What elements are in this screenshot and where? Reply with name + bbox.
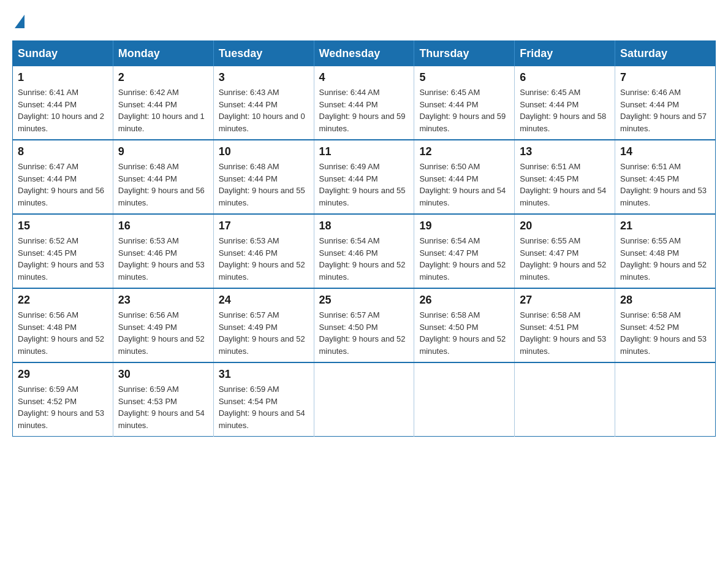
day-info: Sunrise: 6:59 AM Sunset: 4:52 PM Dayligh… xyxy=(18,383,108,431)
day-info: Sunrise: 6:59 AM Sunset: 4:53 PM Dayligh… xyxy=(118,383,208,431)
calendar-day-cell: 29 Sunrise: 6:59 AM Sunset: 4:52 PM Dayl… xyxy=(13,362,113,437)
calendar-day-cell: 21 Sunrise: 6:55 AM Sunset: 4:48 PM Dayl… xyxy=(615,214,716,288)
day-info: Sunrise: 6:56 AM Sunset: 4:49 PM Dayligh… xyxy=(118,309,208,357)
calendar-week-row: 8 Sunrise: 6:47 AM Sunset: 4:44 PM Dayli… xyxy=(13,140,716,214)
day-number: 23 xyxy=(118,294,208,307)
calendar-week-row: 22 Sunrise: 6:56 AM Sunset: 4:48 PM Dayl… xyxy=(13,288,716,362)
day-info: Sunrise: 6:52 AM Sunset: 4:45 PM Dayligh… xyxy=(18,235,108,283)
calendar-day-cell: 13 Sunrise: 6:51 AM Sunset: 4:45 PM Dayl… xyxy=(515,140,615,214)
page-header xyxy=(12,12,716,28)
day-number: 13 xyxy=(520,145,610,158)
calendar-day-cell: 25 Sunrise: 6:57 AM Sunset: 4:50 PM Dayl… xyxy=(314,288,414,362)
calendar-day-cell: 4 Sunrise: 6:44 AM Sunset: 4:44 PM Dayli… xyxy=(314,66,414,140)
day-number: 8 xyxy=(18,145,108,158)
calendar-day-cell: 26 Sunrise: 6:58 AM Sunset: 4:50 PM Dayl… xyxy=(414,288,515,362)
calendar-day-cell xyxy=(615,362,716,437)
calendar-day-cell: 5 Sunrise: 6:45 AM Sunset: 4:44 PM Dayli… xyxy=(414,66,515,140)
day-number: 9 xyxy=(118,145,208,158)
day-number: 15 xyxy=(18,220,108,232)
day-number: 5 xyxy=(419,71,509,84)
calendar-day-cell: 8 Sunrise: 6:47 AM Sunset: 4:44 PM Dayli… xyxy=(13,140,113,214)
day-info: Sunrise: 6:55 AM Sunset: 4:47 PM Dayligh… xyxy=(520,235,610,283)
day-info: Sunrise: 6:58 AM Sunset: 4:50 PM Dayligh… xyxy=(419,309,509,357)
calendar-day-cell: 6 Sunrise: 6:45 AM Sunset: 4:44 PM Dayli… xyxy=(515,66,615,140)
calendar-day-cell: 14 Sunrise: 6:51 AM Sunset: 4:45 PM Dayl… xyxy=(615,140,716,214)
weekday-header-thursday: Thursday xyxy=(414,41,515,67)
day-number: 10 xyxy=(219,145,309,158)
day-number: 17 xyxy=(219,220,309,232)
logo-arrow-icon xyxy=(15,15,25,28)
day-number: 2 xyxy=(118,71,208,84)
calendar-day-cell: 23 Sunrise: 6:56 AM Sunset: 4:49 PM Dayl… xyxy=(113,288,213,362)
day-number: 30 xyxy=(118,368,208,381)
day-info: Sunrise: 6:48 AM Sunset: 4:44 PM Dayligh… xyxy=(219,161,309,209)
calendar-day-cell xyxy=(314,362,414,437)
weekday-header-row: SundayMondayTuesdayWednesdayThursdayFrid… xyxy=(13,41,716,67)
day-info: Sunrise: 6:50 AM Sunset: 4:44 PM Dayligh… xyxy=(419,161,509,209)
day-number: 21 xyxy=(620,220,710,232)
weekday-header-sunday: Sunday xyxy=(13,41,113,67)
day-number: 24 xyxy=(219,294,309,307)
day-info: Sunrise: 6:54 AM Sunset: 4:47 PM Dayligh… xyxy=(419,235,509,283)
day-number: 6 xyxy=(520,71,610,84)
calendar-day-cell: 20 Sunrise: 6:55 AM Sunset: 4:47 PM Dayl… xyxy=(515,214,615,288)
day-info: Sunrise: 6:47 AM Sunset: 4:44 PM Dayligh… xyxy=(18,161,108,209)
day-info: Sunrise: 6:45 AM Sunset: 4:44 PM Dayligh… xyxy=(520,86,610,134)
day-info: Sunrise: 6:57 AM Sunset: 4:49 PM Dayligh… xyxy=(219,309,309,357)
day-number: 31 xyxy=(219,368,309,381)
day-number: 12 xyxy=(419,145,509,158)
day-info: Sunrise: 6:51 AM Sunset: 4:45 PM Dayligh… xyxy=(520,161,610,209)
weekday-header-saturday: Saturday xyxy=(615,41,716,67)
calendar-day-cell: 15 Sunrise: 6:52 AM Sunset: 4:45 PM Dayl… xyxy=(13,214,113,288)
day-info: Sunrise: 6:41 AM Sunset: 4:44 PM Dayligh… xyxy=(18,86,108,134)
calendar-day-cell: 10 Sunrise: 6:48 AM Sunset: 4:44 PM Dayl… xyxy=(213,140,314,214)
calendar-day-cell: 12 Sunrise: 6:50 AM Sunset: 4:44 PM Dayl… xyxy=(414,140,515,214)
day-info: Sunrise: 6:57 AM Sunset: 4:50 PM Dayligh… xyxy=(319,309,409,357)
calendar-day-cell: 27 Sunrise: 6:58 AM Sunset: 4:51 PM Dayl… xyxy=(515,288,615,362)
day-number: 27 xyxy=(520,294,610,307)
day-number: 16 xyxy=(118,220,208,232)
day-number: 22 xyxy=(18,294,108,307)
day-info: Sunrise: 6:46 AM Sunset: 4:44 PM Dayligh… xyxy=(620,86,710,134)
day-info: Sunrise: 6:45 AM Sunset: 4:44 PM Dayligh… xyxy=(419,86,509,134)
logo xyxy=(12,12,27,28)
calendar-day-cell: 1 Sunrise: 6:41 AM Sunset: 4:44 PM Dayli… xyxy=(13,66,113,140)
calendar-day-cell: 28 Sunrise: 6:58 AM Sunset: 4:52 PM Dayl… xyxy=(615,288,716,362)
day-number: 14 xyxy=(620,145,710,158)
calendar-day-cell: 2 Sunrise: 6:42 AM Sunset: 4:44 PM Dayli… xyxy=(113,66,213,140)
day-info: Sunrise: 6:49 AM Sunset: 4:44 PM Dayligh… xyxy=(319,161,409,209)
day-number: 19 xyxy=(419,220,509,232)
calendar-day-cell: 16 Sunrise: 6:53 AM Sunset: 4:46 PM Dayl… xyxy=(113,214,213,288)
day-number: 26 xyxy=(419,294,509,307)
calendar-day-cell: 19 Sunrise: 6:54 AM Sunset: 4:47 PM Dayl… xyxy=(414,214,515,288)
day-info: Sunrise: 6:55 AM Sunset: 4:48 PM Dayligh… xyxy=(620,235,710,283)
weekday-header-wednesday: Wednesday xyxy=(314,41,414,67)
day-info: Sunrise: 6:54 AM Sunset: 4:46 PM Dayligh… xyxy=(319,235,409,283)
day-info: Sunrise: 6:58 AM Sunset: 4:52 PM Dayligh… xyxy=(620,309,710,357)
day-info: Sunrise: 6:53 AM Sunset: 4:46 PM Dayligh… xyxy=(118,235,208,283)
calendar-day-cell: 31 Sunrise: 6:59 AM Sunset: 4:54 PM Dayl… xyxy=(213,362,314,437)
calendar-table: SundayMondayTuesdayWednesdayThursdayFrid… xyxy=(12,40,716,437)
day-info: Sunrise: 6:58 AM Sunset: 4:51 PM Dayligh… xyxy=(520,309,610,357)
calendar-day-cell: 22 Sunrise: 6:56 AM Sunset: 4:48 PM Dayl… xyxy=(13,288,113,362)
calendar-day-cell xyxy=(515,362,615,437)
day-info: Sunrise: 6:51 AM Sunset: 4:45 PM Dayligh… xyxy=(620,161,710,209)
weekday-header-tuesday: Tuesday xyxy=(213,41,314,67)
calendar-week-row: 1 Sunrise: 6:41 AM Sunset: 4:44 PM Dayli… xyxy=(13,66,716,140)
calendar-day-cell: 3 Sunrise: 6:43 AM Sunset: 4:44 PM Dayli… xyxy=(213,66,314,140)
weekday-header-friday: Friday xyxy=(515,41,615,67)
calendar-week-row: 15 Sunrise: 6:52 AM Sunset: 4:45 PM Dayl… xyxy=(13,214,716,288)
calendar-day-cell: 9 Sunrise: 6:48 AM Sunset: 4:44 PM Dayli… xyxy=(113,140,213,214)
day-info: Sunrise: 6:48 AM Sunset: 4:44 PM Dayligh… xyxy=(118,161,208,209)
day-info: Sunrise: 6:44 AM Sunset: 4:44 PM Dayligh… xyxy=(319,86,409,134)
day-number: 18 xyxy=(319,220,409,232)
calendar-week-row: 29 Sunrise: 6:59 AM Sunset: 4:52 PM Dayl… xyxy=(13,362,716,437)
day-number: 11 xyxy=(319,145,409,158)
weekday-header-monday: Monday xyxy=(113,41,213,67)
calendar-day-cell: 11 Sunrise: 6:49 AM Sunset: 4:44 PM Dayl… xyxy=(314,140,414,214)
calendar-day-cell: 18 Sunrise: 6:54 AM Sunset: 4:46 PM Dayl… xyxy=(314,214,414,288)
day-number: 7 xyxy=(620,71,710,84)
day-number: 28 xyxy=(620,294,710,307)
calendar-day-cell: 24 Sunrise: 6:57 AM Sunset: 4:49 PM Dayl… xyxy=(213,288,314,362)
day-number: 29 xyxy=(18,368,108,381)
